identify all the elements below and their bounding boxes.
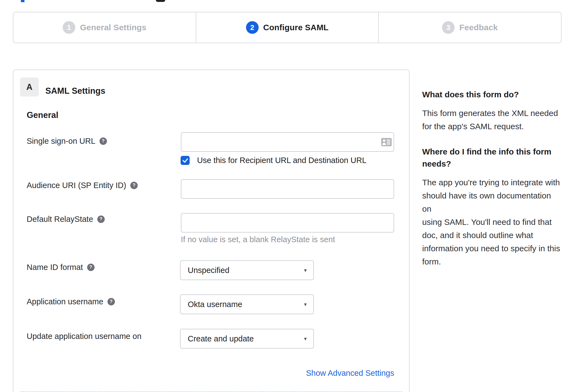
panel-title: SAML Settings — [45, 81, 105, 100]
nameid-format-label: Name ID format — [27, 263, 83, 272]
audience-uri-label: Audience URI (SP Entity ID) — [27, 181, 126, 190]
header-icon-fragment — [156, 0, 165, 2]
step-1-label: General Settings — [80, 23, 146, 32]
step-3-circle: 3 — [442, 21, 455, 34]
step-2-circle: 2 — [246, 21, 259, 34]
nameid-format-select[interactable]: Unspecified ▾ — [180, 260, 314, 280]
nameid-format-value: Unspecified — [188, 266, 230, 275]
audience-uri-label-row: Audience URI (SP Entity ID) ? — [27, 181, 138, 190]
section-badge: A — [20, 78, 39, 96]
relaystate-help-icon[interactable]: ? — [97, 216, 105, 223]
update-username-label-row: Update application username on — [27, 332, 142, 341]
help-body-what: This form generates the XML needed for t… — [422, 107, 561, 133]
checkbox-checkmark-icon — [182, 157, 189, 164]
contact-card-icon[interactable] — [381, 138, 392, 146]
app-username-label: Application username — [27, 297, 103, 306]
chevron-down-icon: ▾ — [304, 301, 307, 308]
nameid-format-help-icon[interactable]: ? — [87, 264, 95, 271]
app-username-select[interactable]: Okta username ▾ — [180, 294, 314, 314]
relaystate-label-row: Default RelayState ? — [27, 214, 105, 224]
chevron-down-icon: ▾ — [304, 267, 307, 274]
update-username-value: Create and update — [188, 334, 254, 343]
step-2-label: Configure SAML — [263, 23, 329, 32]
help-body-where: The app you're trying to integrate with … — [422, 176, 561, 268]
step-3-label: Feedback — [459, 23, 498, 32]
nameid-format-label-row: Name ID format ? — [27, 263, 95, 272]
saml-settings-panel: A SAML Settings General Single sign-on U… — [13, 70, 410, 392]
wizard-stepper: 1 General Settings 2 Configure SAML 3 Fe… — [13, 12, 562, 43]
relaystate-input[interactable] — [181, 213, 394, 233]
sso-url-label-row: Single sign-on URL ? — [27, 136, 107, 146]
step-1-circle: 1 — [63, 21, 75, 34]
header-logo-fragment — [21, 0, 24, 2]
app-username-value: Okta username — [188, 300, 242, 309]
recipient-url-checkbox-label[interactable]: Use this for Recipient URL and Destinati… — [197, 156, 366, 165]
audience-uri-input[interactable] — [181, 179, 394, 199]
group-heading-general: General — [27, 110, 58, 120]
update-username-select[interactable]: Create and update ▾ — [180, 329, 314, 349]
app-username-help-icon[interactable]: ? — [107, 298, 115, 305]
step-configure-saml[interactable]: 2 Configure SAML — [196, 12, 378, 43]
help-sidebar: What does this form do? This form genera… — [422, 89, 561, 281]
sso-url-help-icon[interactable]: ? — [99, 137, 107, 145]
audience-uri-help-icon[interactable]: ? — [130, 182, 138, 189]
relaystate-label: Default RelayState — [27, 214, 93, 224]
relaystate-hint: If no value is set, a blank RelayState i… — [181, 235, 335, 244]
step-feedback[interactable]: 3 Feedback — [378, 12, 561, 43]
sso-url-input[interactable] — [181, 132, 394, 152]
chevron-down-icon: ▾ — [304, 335, 307, 342]
step-general-settings[interactable]: 1 General Settings — [13, 12, 196, 43]
show-advanced-settings-link[interactable]: Show Advanced Settings — [306, 369, 394, 378]
help-heading-where: Where do I find the info this form needs… — [422, 146, 561, 170]
help-heading-what: What does this form do? — [422, 89, 561, 101]
update-username-label: Update application username on — [27, 332, 142, 341]
recipient-url-checkbox[interactable] — [181, 156, 190, 165]
app-username-label-row: Application username ? — [27, 297, 115, 306]
sso-url-label: Single sign-on URL — [27, 136, 95, 146]
